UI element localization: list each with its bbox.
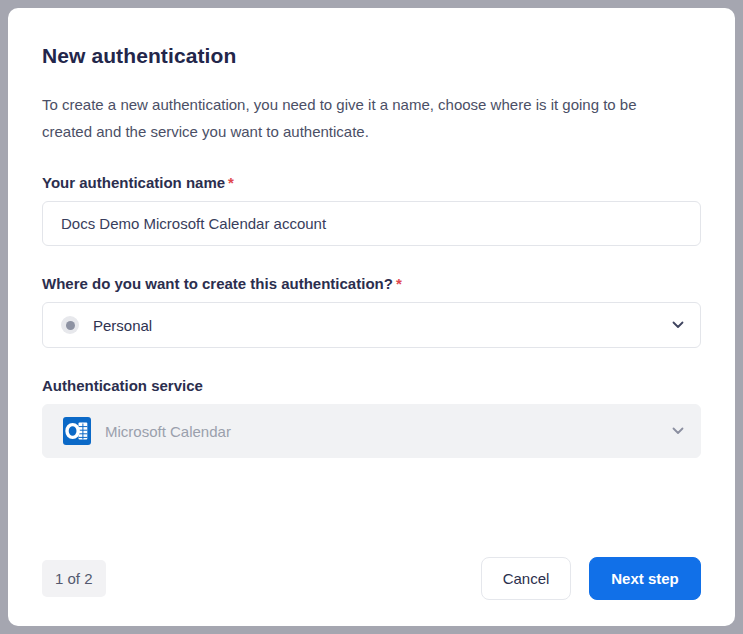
auth-name-label: Your authentication name* [42, 174, 701, 191]
chevron-down-icon [672, 427, 684, 435]
auth-service-label: Authentication service [42, 377, 701, 394]
cancel-button[interactable]: Cancel [481, 557, 571, 600]
next-step-button[interactable]: Next step [589, 557, 701, 600]
required-asterisk: * [228, 174, 234, 191]
auth-name-label-text: Your authentication name [42, 174, 225, 191]
modal-footer: 1 of 2 Cancel Next step [42, 557, 701, 600]
auth-location-label-text: Where do you want to create this authent… [42, 275, 393, 292]
auth-location-selected-value: Personal [93, 317, 658, 334]
auth-service-select: Microsoft Calendar [42, 404, 701, 458]
microsoft-calendar-icon [63, 417, 91, 445]
auth-location-select[interactable]: Personal [42, 302, 701, 348]
modal-title: New authentication [42, 44, 701, 68]
new-authentication-modal: New authentication To create a new authe… [8, 8, 735, 626]
auth-service-selected-value: Microsoft Calendar [105, 423, 658, 440]
auth-service-label-text: Authentication service [42, 377, 203, 394]
auth-location-label: Where do you want to create this authent… [42, 275, 701, 292]
chevron-down-icon [672, 321, 684, 329]
required-asterisk: * [396, 275, 402, 292]
step-indicator-badge: 1 of 2 [42, 560, 106, 597]
personal-dot-icon [61, 316, 79, 334]
modal-description: To create a new authentication, you need… [42, 91, 682, 145]
auth-name-input[interactable] [42, 201, 701, 246]
